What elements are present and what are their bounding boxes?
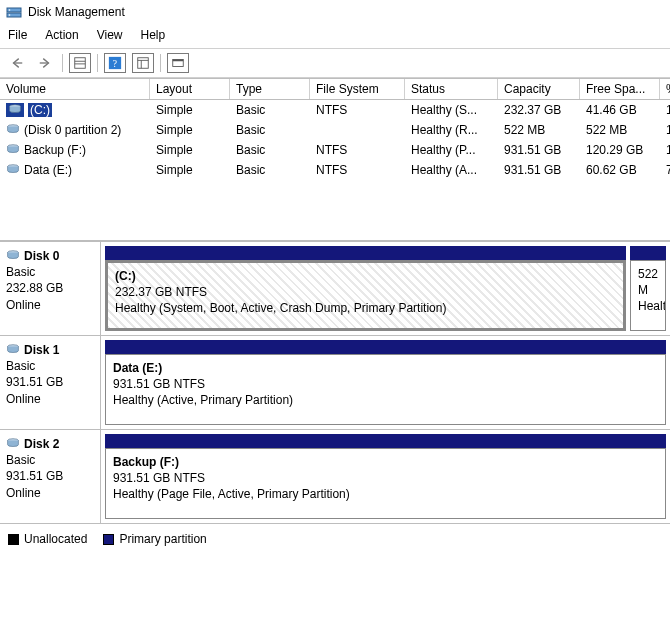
list-view-button[interactable] <box>132 53 154 73</box>
back-button[interactable] <box>6 53 28 73</box>
partition-box[interactable]: (C:)232.37 GB NTFSHealthy (System, Boot,… <box>105 260 626 331</box>
svg-rect-4 <box>75 58 86 69</box>
svg-point-3 <box>9 14 11 16</box>
cell-layout: Simple <box>150 101 230 119</box>
volume-name-cell[interactable]: Backup (F:) <box>0 141 150 159</box>
partition-box[interactable]: 522 MHealtl <box>630 260 666 331</box>
volume-list-header: Volume Layout Type File System Status Ca… <box>0 78 670 100</box>
disk-icon <box>6 163 20 177</box>
col-capacity[interactable]: Capacity <box>498 79 580 99</box>
disk-size: 931.51 GB <box>6 468 94 484</box>
settings-button[interactable] <box>69 53 91 73</box>
disk-name: Disk 1 <box>6 342 94 358</box>
partition-box[interactable]: Data (E:)931.51 GB NTFSHealthy (Active, … <box>105 354 666 425</box>
disk-type: Basic <box>6 264 94 280</box>
cell-fs <box>310 128 405 132</box>
window-title: Disk Management <box>28 5 125 19</box>
swatch-navy <box>103 534 114 545</box>
volume-name-cell[interactable]: (C:) <box>0 101 150 119</box>
disk-partitions: Backup (F:)931.51 GB NTFSHealthy (Page F… <box>101 430 670 523</box>
cell-type: Basic <box>230 121 310 139</box>
disk-partitions: Data (E:)931.51 GB NTFSHealthy (Active, … <box>101 336 670 429</box>
cell-capacity: 232.37 GB <box>498 101 580 119</box>
cell-fs: NTFS <box>310 141 405 159</box>
col-filesystem[interactable]: File System <box>310 79 405 99</box>
partition-size: 931.51 GB NTFS <box>113 376 658 392</box>
cell-capacity: 522 MB <box>498 121 580 139</box>
volume-name-cell[interactable]: Data (E:) <box>0 161 150 179</box>
title-bar: Disk Management <box>0 0 670 24</box>
cell-status: Healthy (S... <box>405 101 498 119</box>
partition-box[interactable]: Backup (F:)931.51 GB NTFSHealthy (Page F… <box>105 448 666 519</box>
svg-point-2 <box>9 9 11 11</box>
disk-info[interactable]: Disk 2Basic931.51 GBOnline <box>0 430 101 523</box>
col-freespace[interactable]: Free Spa... <box>580 79 660 99</box>
menu-file[interactable]: File <box>8 28 27 42</box>
menu-action[interactable]: Action <box>45 28 78 42</box>
volume-name: (Disk 0 partition 2) <box>24 123 121 137</box>
graphical-view-button[interactable] <box>167 53 189 73</box>
volume-row[interactable]: Backup (F:)SimpleBasicNTFSHealthy (P...9… <box>0 140 670 160</box>
cell-pct: 18 % <box>660 101 670 119</box>
cell-fs: NTFS <box>310 101 405 119</box>
partition-colorbar <box>105 340 666 354</box>
cell-type: Basic <box>230 101 310 119</box>
volume-row[interactable]: (Disk 0 partition 2)SimpleBasicHealthy (… <box>0 120 670 140</box>
volume-name-cell[interactable]: (Disk 0 partition 2) <box>0 121 150 139</box>
disk-icon <box>6 436 20 452</box>
separator <box>62 54 63 72</box>
volume-name: Backup (F:) <box>24 143 86 157</box>
partition-title: (C:) <box>115 268 616 284</box>
partition-title: Data (E:) <box>113 360 658 376</box>
separator <box>160 54 161 72</box>
svg-rect-13 <box>173 60 184 62</box>
partition-line: Healtl <box>638 298 658 314</box>
disk-state: Online <box>6 297 94 313</box>
disk-size: 232.88 GB <box>6 280 94 296</box>
forward-button[interactable] <box>34 53 56 73</box>
disk-type: Basic <box>6 358 94 374</box>
col-volume[interactable]: Volume <box>0 79 150 99</box>
col-status[interactable]: Status <box>405 79 498 99</box>
cell-capacity: 931.51 GB <box>498 141 580 159</box>
legend: Unallocated Primary partition <box>0 524 670 554</box>
cell-fs: NTFS <box>310 161 405 179</box>
disk-state: Online <box>6 485 94 501</box>
disk-info[interactable]: Disk 1Basic931.51 GBOnline <box>0 336 101 429</box>
menu-view[interactable]: View <box>97 28 123 42</box>
cell-type: Basic <box>230 161 310 179</box>
disk-info[interactable]: Disk 0Basic232.88 GBOnline <box>0 242 101 335</box>
cell-capacity: 931.51 GB <box>498 161 580 179</box>
partition-status: Healthy (Page File, Active, Primary Part… <box>113 486 658 502</box>
cell-pct: 13 % <box>660 141 670 159</box>
volume-row[interactable]: Data (E:)SimpleBasicNTFSHealthy (A...931… <box>0 160 670 180</box>
disk-type: Basic <box>6 452 94 468</box>
disk-icon <box>6 342 20 358</box>
col-pctfree[interactable]: % Free <box>660 79 670 99</box>
disk-icon <box>6 103 24 117</box>
cell-status: Healthy (R... <box>405 121 498 139</box>
partition-line: 522 M <box>638 266 658 298</box>
separator <box>97 54 98 72</box>
svg-rect-9 <box>138 58 149 69</box>
cell-status: Healthy (P... <box>405 141 498 159</box>
volume-row[interactable]: (C:)SimpleBasicNTFSHealthy (S...232.37 G… <box>0 100 670 120</box>
disk-icon <box>6 248 20 264</box>
cell-status: Healthy (A... <box>405 161 498 179</box>
cell-pct: 7 % <box>660 161 670 179</box>
diskmgmt-icon <box>6 4 22 20</box>
disk-partitions: (C:)232.37 GB NTFSHealthy (System, Boot,… <box>101 242 670 335</box>
disk-icon <box>6 123 20 137</box>
disk-icon <box>6 143 20 157</box>
disk-row: Disk 2Basic931.51 GBOnlineBackup (F:)931… <box>0 430 670 524</box>
help-button[interactable]: ? <box>104 53 126 73</box>
disk-row: Disk 1Basic931.51 GBOnlineData (E:)931.5… <box>0 336 670 430</box>
menu-help[interactable]: Help <box>141 28 166 42</box>
partition-size: 931.51 GB NTFS <box>113 470 658 486</box>
partition-title: Backup (F:) <box>113 454 658 470</box>
col-type[interactable]: Type <box>230 79 310 99</box>
swatch-black <box>8 534 19 545</box>
col-layout[interactable]: Layout <box>150 79 230 99</box>
cell-type: Basic <box>230 141 310 159</box>
toolbar: ? <box>0 49 670 78</box>
